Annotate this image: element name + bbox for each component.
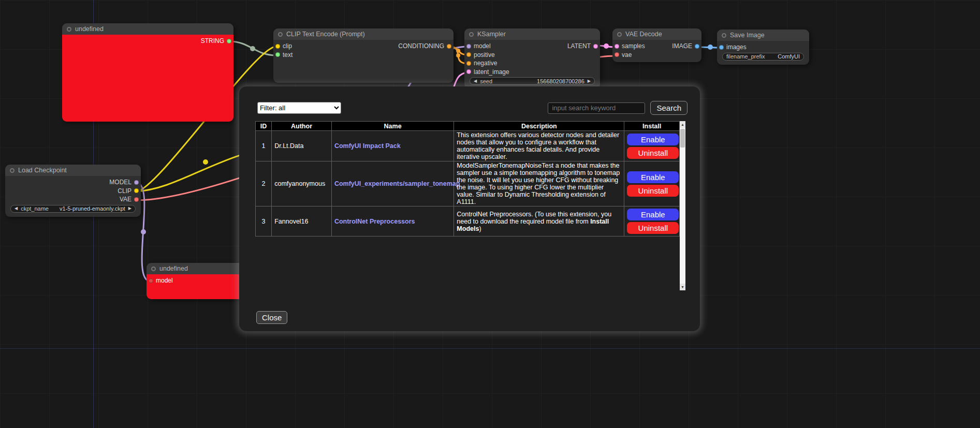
port-clip-input[interactable] [275, 44, 280, 49]
cell-description: ControlNet Preprocessors. (To use this e… [454, 206, 624, 237]
node-header[interactable]: undefined [62, 23, 233, 35]
node-header[interactable]: KSampler [464, 28, 600, 40]
link-midpoint-dot [456, 53, 460, 57]
uninstall-button[interactable]: Uninstall [627, 147, 679, 159]
port-image-output[interactable] [695, 44, 699, 49]
widget-label: seed [480, 78, 492, 84]
filename-prefix-widget[interactable]: filename_prefix ComfyUI [722, 53, 804, 61]
port-label: CONDITIONING [398, 42, 444, 50]
port-label: vae [622, 51, 632, 58]
collapse-toggle-icon[interactable] [151, 267, 156, 271]
collapse-toggle-icon[interactable] [67, 27, 71, 32]
port-samples-input[interactable] [615, 44, 619, 49]
collapse-toggle-icon[interactable] [10, 168, 14, 173]
port-model-input[interactable] [466, 44, 471, 49]
widget-value: ComfyUI [778, 53, 800, 60]
scrollbar-thumb[interactable] [680, 129, 685, 147]
node-header[interactable]: VAE Decode [612, 28, 701, 40]
node-header[interactable]: Save Image [717, 29, 809, 41]
uninstall-button[interactable]: Uninstall [627, 222, 679, 234]
cell-description: ModelSamplerTonemapNoiseTest a node that… [454, 161, 624, 206]
link-midpoint-dot [141, 229, 146, 234]
port-latent-image-input[interactable] [466, 69, 471, 74]
cell-author: Fannovel16 [272, 206, 332, 237]
collapse-toggle-icon[interactable] [617, 32, 622, 37]
increment-arrow-icon[interactable]: ▶ [588, 79, 591, 83]
column-header-description: Description [454, 122, 624, 131]
increment-arrow-icon[interactable]: ▶ [128, 206, 131, 211]
port-label: model [474, 42, 491, 50]
node-title: Load Checkpoint [18, 167, 67, 174]
ckpt-name-widget[interactable]: ◀ ckpt_name v1-5-pruned-emaonly.ckpt ▶ [10, 205, 136, 213]
collapse-toggle-icon[interactable] [469, 32, 474, 37]
node-header[interactable]: Load Checkpoint [5, 165, 141, 176]
decrement-arrow-icon[interactable]: ◀ [14, 206, 18, 211]
column-header-id: ID [256, 122, 272, 131]
port-vae-output[interactable] [134, 197, 139, 202]
port-clip-output[interactable] [134, 188, 139, 193]
decrement-arrow-icon[interactable]: ◀ [474, 79, 477, 83]
port-vae-input[interactable] [615, 52, 619, 57]
column-header-name: Name [331, 122, 454, 131]
widget-label: ckpt_name [21, 205, 49, 212]
cell-id: 2 [256, 161, 272, 206]
widget-value: v1-5-pruned-emaonly.ckpt [60, 205, 125, 212]
node-header[interactable]: CLIP Text Encode (Prompt) [273, 28, 454, 40]
port-label: text [283, 51, 292, 58]
cell-description: This extension offers various detector n… [454, 131, 624, 161]
collapse-toggle-icon[interactable] [278, 32, 283, 37]
port-label: LATENT [567, 42, 591, 50]
node-title: CLIP Text Encode (Prompt) [286, 31, 365, 38]
scroll-down-icon[interactable]: ▼ [680, 284, 685, 290]
port-positive-input[interactable] [466, 52, 471, 57]
port-label: samples [622, 42, 645, 50]
extension-link[interactable]: ComfyUI Impact Pack [334, 142, 401, 150]
widget-label: filename_prefix [726, 53, 765, 60]
node-vae-decode[interactable]: VAE Decode samples IMAGE vae [612, 28, 701, 62]
port-string-output[interactable] [227, 39, 231, 43]
extension-link[interactable]: ControlNet Preprocessors [334, 218, 415, 225]
node-clip-text-encode[interactable]: CLIP Text Encode (Prompt) clip CONDITION… [273, 28, 454, 83]
description-text: ControlNet Preprocessors. (To use this e… [457, 211, 611, 225]
port-label: positive [474, 51, 495, 58]
enable-button[interactable]: Enable [627, 209, 679, 220]
extensions-table: ID Author Name Description Install 1 Dr.… [255, 121, 680, 237]
table-header-row: ID Author Name Description Install [256, 122, 680, 131]
link-midpoint-dot [604, 43, 609, 49]
port-label: IMAGE [672, 42, 692, 50]
enable-button[interactable]: Enable [627, 171, 679, 183]
port-conditioning-output[interactable] [447, 44, 451, 49]
extension-row: 2 comfyanonymous ComfyUI_experiments/sam… [256, 161, 680, 206]
search-input[interactable] [548, 102, 645, 114]
port-model-input[interactable] [149, 278, 153, 283]
table-scrollbar[interactable]: ▲ ▼ [680, 121, 685, 290]
node-title: undefined [75, 25, 104, 33]
port-negative-input[interactable] [466, 61, 471, 66]
port-images-input[interactable] [719, 45, 724, 50]
seed-widget[interactable]: ◀ seed 156680208700286 ▶ [470, 77, 595, 85]
search-button[interactable]: Search [650, 101, 688, 115]
scroll-up-icon[interactable]: ▲ [680, 121, 685, 128]
widget-value: 156680208700286 [537, 78, 584, 84]
node-save-image[interactable]: Save Image images filename_prefix ComfyU… [717, 29, 809, 65]
port-latent-output[interactable] [593, 44, 598, 49]
cell-id: 1 [256, 131, 272, 161]
enable-button[interactable]: Enable [627, 134, 679, 145]
filter-select[interactable]: Filter: all [257, 102, 341, 114]
port-text-input[interactable] [275, 52, 280, 57]
close-button[interactable]: Close [256, 311, 287, 324]
column-header-install: Install [624, 122, 680, 131]
link-midpoint-dot [203, 159, 208, 165]
collapse-toggle-icon[interactable] [722, 33, 726, 38]
node-undefined-string[interactable]: undefined STRING [62, 23, 233, 122]
cell-id: 3 [256, 206, 272, 237]
uninstall-button[interactable]: Uninstall [627, 185, 679, 197]
port-model-output[interactable] [134, 180, 139, 185]
node-load-checkpoint[interactable]: Load Checkpoint MODEL CLIP VAE ◀ ckpt_na… [5, 165, 141, 217]
link-midpoint-dot [708, 45, 713, 50]
extension-link[interactable]: ComfyUI_experiments/sampler_tonemap [334, 180, 460, 187]
port-label: latent_image [474, 68, 509, 76]
node-title: KSampler [477, 31, 506, 38]
node-ksampler[interactable]: KSampler model LATENT positive negative … [464, 28, 600, 89]
cell-author: comfyanonymous [272, 161, 332, 206]
